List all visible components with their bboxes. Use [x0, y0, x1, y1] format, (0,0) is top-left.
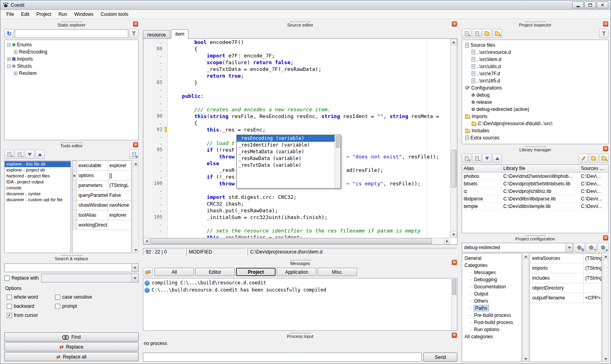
- find-button[interactable]: Find: [4, 332, 139, 341]
- checkbox-prompt[interactable]: prompt: [55, 303, 139, 309]
- property-value[interactable]: (TStringL: [584, 253, 601, 263]
- remove-source-button[interactable]: −: [472, 29, 482, 38]
- add-folder-button[interactable]: [482, 29, 492, 38]
- collapse-minus-icon[interactable]: −: [7, 43, 11, 47]
- project-tree-item[interactable]: Extra sources: [462, 134, 608, 141]
- menu-item-edit[interactable]: Edit: [17, 10, 33, 18]
- tools-editor-header[interactable]: Tools editor ✕: [4, 141, 139, 149]
- code-line[interactable]: .: [143, 99, 450, 106]
- code-line[interactable]: . public:: [143, 93, 450, 99]
- property-value[interactable]: explorer: [108, 161, 131, 170]
- expand-plus-icon[interactable]: +: [14, 50, 17, 54]
- property-row[interactable]: queryParametFalse: [72, 191, 131, 200]
- sync-configuration-button[interactable]: ⇅: [574, 243, 585, 252]
- add-library-button[interactable]: +: [462, 154, 471, 163]
- code-line[interactable]: . // sets the resource identifier to the…: [143, 227, 450, 234]
- code-line[interactable]: 85 }: [143, 79, 450, 86]
- library-column-header[interactable]: Alias: [462, 165, 502, 172]
- tools-grid-scrollbar[interactable]: [133, 160, 139, 253]
- property-value[interactable]: <CPP>..\: [584, 293, 601, 303]
- dropdown-button[interactable]: [565, 243, 573, 252]
- property-value[interactable]: explorer: [108, 210, 131, 220]
- tool-list-item[interactable]: IDA - project output: [5, 179, 70, 185]
- code-line[interactable]: . {: [143, 120, 450, 126]
- scroll-thumb[interactable]: [452, 279, 456, 295]
- config-property-row[interactable]: includes(TStringL: [530, 273, 601, 283]
- move-library-down-button[interactable]: [482, 154, 492, 163]
- checkbox-backward[interactable]: backward: [7, 303, 55, 309]
- code-line[interactable]: 92 this._res = resEnc;: [143, 126, 450, 133]
- checkbox-whole-word[interactable]: whole word: [7, 294, 55, 300]
- panel-close-button[interactable]: ✕: [133, 142, 138, 147]
- code-line[interactable]: . import std.digest.crc: CRC32;: [143, 194, 450, 200]
- project-tree-item[interactable]: Imports: [462, 113, 608, 120]
- property-row[interactable]: toolAliasexplorer: [72, 210, 131, 220]
- completion-scrollbar[interactable]: [335, 135, 341, 188]
- category-item[interactable]: Paths: [462, 305, 522, 312]
- add-tool-button[interactable]: +: [4, 150, 14, 159]
- property-value[interactable]: swoNone: [108, 200, 131, 210]
- symbol-tree-item[interactable]: +Imports: [5, 55, 138, 63]
- replace-with-checkbox[interactable]: Replace with: [4, 275, 39, 281]
- library-manager-header[interactable]: Library manager ✕: [461, 145, 609, 153]
- scroll-up-button[interactable]: [133, 161, 138, 167]
- code-line[interactable]: .: [143, 86, 450, 93]
- configuration-selector[interactable]: debug-redirected: [462, 243, 573, 252]
- category-item[interactable]: Post-build process: [462, 319, 522, 326]
- config-property-row[interactable]: imports(TStringL: [530, 263, 601, 273]
- process-input-header[interactable]: Process input ✕: [142, 332, 458, 339]
- project-tree-item[interactable]: ..\src\e7F.d: [462, 70, 608, 77]
- completion-item[interactable]: _resRawData (variable): [237, 155, 335, 162]
- project-tree-item[interactable]: ..\src\z85.d: [462, 77, 608, 84]
- add-configuration-button[interactable]: +: [586, 243, 597, 252]
- code-line[interactable]: . ihash.put(_resRawData);: [143, 207, 450, 214]
- clone-configuration-button[interactable]: ▸: [598, 243, 609, 252]
- checkbox-case-sensitive[interactable]: case sensitive: [55, 294, 139, 300]
- property-value[interactable]: [584, 283, 601, 293]
- maximize-button[interactable]: [584, 2, 596, 8]
- menu-item-file[interactable]: File: [3, 10, 17, 18]
- library-row[interactable]: izC:\Dev\dproj\iz\lib\iz.libC:\Dev\...: [462, 188, 608, 195]
- scroll-down-button[interactable]: [133, 247, 138, 253]
- scroll-thumb[interactable]: [150, 238, 432, 244]
- messages-header[interactable]: Messages ✕: [142, 259, 458, 267]
- messages-filter-misc[interactable]: Misc.: [318, 268, 357, 276]
- scroll-up-button[interactable]: [523, 253, 528, 259]
- code-line[interactable]: . return true;: [143, 72, 450, 79]
- menu-item-windows[interactable]: Windows: [70, 10, 97, 18]
- completion-item[interactable]: _resIdentifier (variable): [237, 142, 335, 149]
- move-library-up-button[interactable]: [493, 154, 502, 163]
- panel-close-button[interactable]: ✕: [133, 21, 138, 27]
- category-item[interactable]: All categories: [462, 333, 522, 340]
- project-tree-item[interactable]: debug-redirected (active): [462, 106, 608, 113]
- code-line[interactable]: . bool encodee7F(): [143, 39, 450, 46]
- project-inspector-header[interactable]: Project inspector ✕: [461, 20, 609, 28]
- tool-list-item[interactable]: console: [5, 185, 70, 191]
- code-area[interactable]: . bool encodee7F()80 {. import e7F: enco…: [143, 39, 450, 238]
- select-sources-folder-button[interactable]: +: [599, 154, 609, 163]
- filter-button[interactable]: [129, 29, 139, 38]
- close-button[interactable]: ✕: [597, 2, 608, 8]
- property-value[interactable]: (TStringL: [584, 273, 601, 283]
- minimize-button[interactable]: [572, 2, 584, 8]
- send-button[interactable]: Send: [423, 353, 457, 362]
- panel-close-button[interactable]: ✕: [452, 260, 457, 265]
- scroll-thumb[interactable]: [336, 136, 340, 148]
- move-tool-up-button[interactable]: [35, 150, 45, 159]
- code-line[interactable]: . _resTxtData = encode_7F(_resRawData);: [143, 66, 450, 72]
- expand-plus-icon[interactable]: +: [14, 72, 17, 75]
- symbol-tree-item[interactable]: −Structs: [5, 63, 138, 70]
- tool-list-item[interactable]: dscanner - custom opt for file: [5, 197, 70, 203]
- property-value[interactable]: [108, 220, 131, 230]
- project-tree-item[interactable]: C:\Dev\dproj\resource.d\build\..\src\: [462, 120, 608, 127]
- replace-term-combo[interactable]: [41, 274, 139, 282]
- category-item[interactable]: Messages: [462, 269, 522, 276]
- scroll-left-button[interactable]: [143, 238, 150, 244]
- editor-horizontal-scrollbar[interactable]: [143, 238, 450, 244]
- properties-scrollbar[interactable]: [603, 253, 609, 362]
- symbol-tree-item[interactable]: −Enums: [5, 41, 138, 48]
- category-item[interactable]: Categories: [462, 262, 522, 269]
- project-tree-item[interactable]: debug: [462, 91, 608, 99]
- category-item[interactable]: General: [462, 255, 522, 262]
- property-row[interactable]: ▶options[]: [72, 171, 131, 181]
